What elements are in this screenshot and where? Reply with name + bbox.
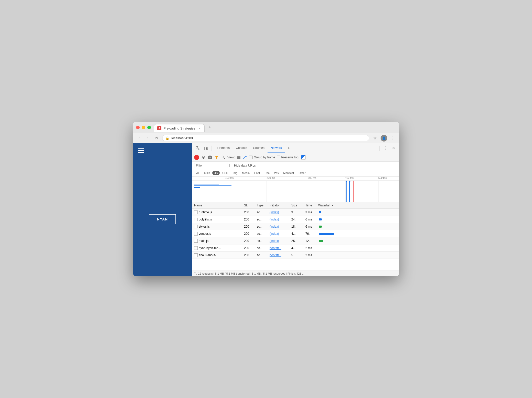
cell-type: sc... [255, 210, 268, 214]
waterfall-bar [319, 211, 321, 213]
view-waterfall-button[interactable] [242, 155, 248, 160]
preserve-log-checkbox[interactable] [277, 156, 280, 159]
cell-name: polyfills.js [192, 218, 242, 221]
waterfall-bar [319, 226, 322, 228]
type-doc[interactable]: Doc [262, 171, 272, 175]
preserve-log-option: Preserve log [277, 156, 298, 159]
tab-more[interactable]: » [285, 143, 293, 153]
new-tab-button[interactable]: + [206, 124, 213, 131]
file-icon [194, 218, 198, 221]
waterfall-bar [319, 233, 334, 235]
separator [379, 146, 380, 151]
header-name: Name [192, 204, 242, 207]
type-font[interactable]: Font [252, 171, 262, 175]
tab-favicon: A [157, 126, 161, 130]
table-row[interactable]: vendor.js 200 sc... (index) 4.... 76... [192, 230, 399, 237]
cell-initiator: (index) [268, 239, 289, 243]
type-media[interactable]: Media [240, 171, 252, 175]
browser-tab[interactable]: A Preloading Strategies × [154, 124, 205, 132]
cell-size: 25... [289, 239, 303, 243]
reload-button[interactable]: ↻ [153, 135, 160, 141]
type-other[interactable]: Other [296, 171, 308, 175]
user-avatar[interactable]: 👤 [381, 135, 387, 142]
search-button[interactable] [221, 155, 226, 160]
cell-status: 200 [242, 218, 255, 221]
table-row[interactable]: polyfills.js 200 sc... (index) 24... 6 m… [192, 216, 399, 223]
cell-name: about-about-... [192, 253, 242, 257]
cell-time: 6 ms [303, 225, 316, 228]
hamburger-menu[interactable] [138, 148, 144, 153]
tab-sources[interactable]: Sources [250, 143, 268, 153]
svg-rect-0 [196, 146, 198, 148]
cell-size: 4.... [289, 246, 303, 250]
type-js[interactable]: JS [212, 171, 220, 175]
cell-status: 200 [242, 239, 255, 243]
type-all[interactable]: All [194, 171, 201, 175]
svg-rect-8 [209, 156, 211, 156]
devtools-close-button[interactable]: ✕ [390, 145, 397, 152]
tab-close-button[interactable]: × [197, 126, 201, 130]
devtools-more-button[interactable]: ⋮ [382, 145, 389, 152]
view-list-button[interactable] [236, 155, 241, 160]
hide-data-urls-label: Hide data URLs [234, 164, 256, 167]
status-bar: 7 / 12 requests | 5.1 MB / 5.1 MB transf… [192, 271, 399, 276]
tab-title: Preloading Strategies [163, 126, 195, 130]
filter-button[interactable] [214, 155, 219, 160]
type-ws[interactable]: WS [272, 171, 281, 175]
cell-time: 3 ms [303, 210, 316, 214]
cell-waterfall [316, 218, 399, 220]
device-toolbar-button[interactable] [202, 145, 209, 152]
table-row[interactable]: runtime.js 200 sc... (index) 9.... 3 ms [192, 209, 399, 216]
cell-size: 18... [289, 225, 303, 228]
view-label: View: [227, 156, 235, 159]
cell-size: 9.... [289, 210, 303, 214]
timeline-blue-vline [346, 181, 347, 202]
cell-type: sc... [255, 253, 268, 257]
tab-elements[interactable]: Elements [214, 143, 233, 153]
hide-data-urls-checkbox[interactable] [229, 164, 233, 167]
filter-input[interactable] [194, 163, 227, 168]
table-row[interactable]: nyan-nyan-mo... 200 sc... bootstr... 4..… [192, 244, 399, 252]
type-xhr[interactable]: XHR [202, 171, 212, 175]
cell-name: nyan-nyan-mo... [192, 246, 242, 250]
cell-time: 76... [303, 232, 316, 236]
devtools-panel: Elements Console Sources Network » [192, 143, 399, 276]
bookmark-button[interactable]: ☆ [372, 135, 378, 141]
devtools-tabs: Elements Console Sources Network » [214, 143, 377, 153]
type-css[interactable]: CSS [220, 171, 230, 175]
nyan-button[interactable]: NYAN [149, 214, 176, 224]
url-bar[interactable]: 🔒 localhost:4200 [162, 135, 369, 141]
tab-network[interactable]: Network [268, 143, 285, 153]
table-row[interactable]: main.js 200 sc... (index) 25... 12... [192, 237, 399, 244]
group-by-frame-option: Group by frame [249, 156, 275, 159]
cache-button[interactable] [301, 155, 306, 160]
file-icon [194, 239, 198, 243]
more-button[interactable]: ⋮ [390, 135, 396, 141]
screenshot-button[interactable] [207, 155, 213, 160]
file-icon [194, 210, 198, 214]
group-by-frame-checkbox[interactable] [249, 156, 253, 159]
type-img[interactable]: Img [231, 171, 239, 175]
inspect-element-button[interactable] [194, 145, 201, 152]
cell-initiator: (index) [268, 232, 289, 236]
view-buttons [236, 155, 248, 160]
devtools-header: Elements Console Sources Network » [192, 143, 399, 153]
forward-button[interactable]: › [145, 135, 151, 141]
cell-status: 200 [242, 253, 255, 257]
minimize-traffic-light[interactable] [142, 126, 145, 129]
svg-point-10 [222, 156, 224, 158]
cell-size: 24... [289, 218, 303, 221]
hide-data-urls-option: Hide data URLs [229, 164, 256, 167]
record-button[interactable] [194, 155, 199, 160]
tab-console[interactable]: Console [233, 143, 250, 153]
cell-initiator: bootstr... [268, 253, 289, 257]
table-row[interactable]: about-about-... 200 sc... bootstr... 5..… [192, 252, 399, 259]
cell-status: 200 [242, 232, 255, 236]
table-row[interactable]: styles.js 200 sc... (index) 18... 6 ms [192, 223, 399, 230]
fullscreen-traffic-light[interactable] [147, 126, 151, 129]
back-button[interactable]: ‹ [136, 135, 142, 141]
type-manifest[interactable]: Manifest [281, 171, 296, 175]
close-traffic-light[interactable] [136, 126, 140, 129]
timeline-bar-1 [194, 184, 219, 184]
stop-button[interactable]: ⊘ [201, 155, 206, 160]
